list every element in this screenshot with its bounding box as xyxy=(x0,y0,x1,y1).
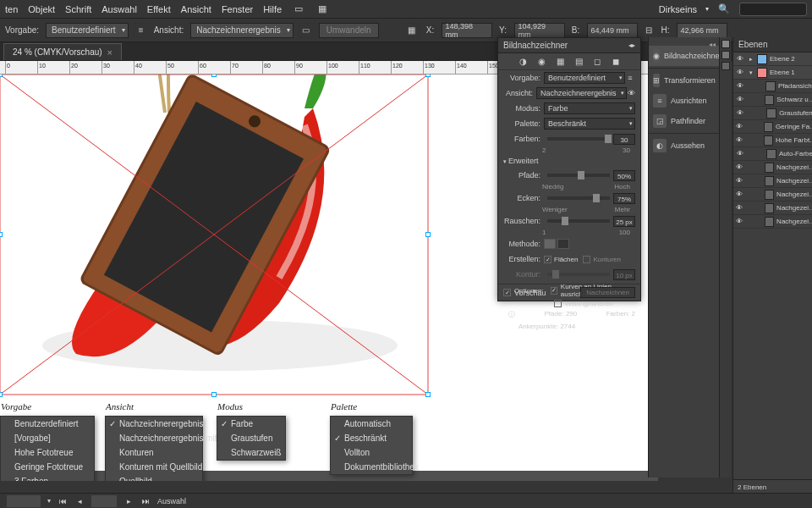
layer-row[interactable]: 👁Schwarz u… xyxy=(733,93,812,107)
last-page-icon[interactable]: ⏭ xyxy=(140,496,151,506)
close-icon[interactable]: × xyxy=(107,47,112,58)
user-label[interactable]: Dirkseins xyxy=(659,4,697,14)
layer-row[interactable]: 👁▾Ebene 1 xyxy=(733,66,812,80)
preset-3c-icon[interactable]: ▤ xyxy=(573,56,584,68)
prev-page-icon[interactable]: ◂ xyxy=(74,496,85,506)
menu-item[interactable]: Quellbild xyxy=(106,474,202,481)
handle-nw[interactable] xyxy=(0,75,3,77)
collapsed-dock[interactable] xyxy=(719,37,731,478)
visibility-icon[interactable]: 👁 xyxy=(735,203,744,213)
ecken-slider[interactable] xyxy=(547,196,610,200)
menu-item[interactable]: Konturen mit Quellbild xyxy=(106,460,202,474)
visibility-icon[interactable]: 👁 xyxy=(735,81,744,91)
layer-row[interactable]: 👁Nachgezei… xyxy=(733,161,812,174)
menu-item[interactable]: Automatisch xyxy=(331,417,412,431)
pfade-value[interactable]: 50% xyxy=(613,170,635,181)
farben-value[interactable]: 30 xyxy=(613,134,635,145)
menu-item[interactable]: Graustufen xyxy=(217,431,285,445)
menu-item[interactable]: Hilfe xyxy=(263,4,282,14)
dock-icon[interactable] xyxy=(721,62,730,70)
app-frame-icon[interactable]: ▭ xyxy=(292,3,305,16)
collapse-dock-icon[interactable]: ◂◂ xyxy=(709,41,716,48)
ansicht-dropdown[interactable]: Nachzeichnerergebnis xyxy=(190,23,294,38)
rauschen-value[interactable]: 25 px xyxy=(613,216,635,227)
rauschen-slider[interactable] xyxy=(547,219,610,223)
vorgabe-menu[interactable]: Vorgabe Benutzerdefiniert[Vorgabe]Hohe F… xyxy=(0,416,95,481)
visibility-icon[interactable]: 👁 xyxy=(735,149,745,159)
visibility-icon[interactable]: 👁 xyxy=(735,217,744,227)
preset-save-icon[interactable]: ≡ xyxy=(625,74,635,82)
document-tab[interactable]: 24 % (CMYK/Vorschau) × xyxy=(3,43,122,60)
menu-item[interactable]: Geringe Fototreue xyxy=(1,460,94,474)
link-wh-icon[interactable]: ⊟ xyxy=(643,25,655,36)
menu-item[interactable]: Hohe Fototreue xyxy=(1,445,94,460)
trace-vorgabe-dropdown[interactable]: Benutzerdefiniert xyxy=(544,72,625,84)
handle-s[interactable] xyxy=(211,392,217,397)
menu-item[interactable]: Vollton xyxy=(331,445,412,460)
w-field[interactable]: 64,449 mm xyxy=(587,23,638,38)
menu-item[interactable]: Schrift xyxy=(65,4,91,14)
handle-w[interactable] xyxy=(0,232,3,237)
handle-sw[interactable] xyxy=(0,392,3,397)
eye-icon[interactable]: 👁 xyxy=(627,89,635,97)
trace-palette-dropdown[interactable]: Beschränkt xyxy=(544,118,635,130)
vorgabe-dropdown[interactable]: Benutzerdefiniert xyxy=(46,23,129,38)
ansicht-menu[interactable]: Ansicht NachzeichnerergebnisNachzeichner… xyxy=(105,416,203,481)
visibility-icon[interactable]: 👁 xyxy=(735,135,744,146)
side-item[interactable]: ≡Ausrichten xyxy=(649,91,719,111)
preset-photo-lo-icon[interactable]: ▦ xyxy=(554,56,566,68)
menu-item[interactable]: Ansicht xyxy=(181,4,211,14)
artboard-nav-field[interactable] xyxy=(91,495,117,507)
visibility-icon[interactable]: 👁 xyxy=(735,163,744,173)
preset-menu-icon[interactable]: ≡ xyxy=(134,23,149,38)
next-page-icon[interactable]: ▸ xyxy=(123,496,134,506)
visibility-icon[interactable]: 👁 xyxy=(735,176,744,186)
palette-menu[interactable]: Palette AutomatischBeschränktVolltonDoku… xyxy=(330,416,413,475)
visibility-icon[interactable]: 👁 xyxy=(735,108,745,119)
handle-e[interactable] xyxy=(425,232,431,237)
side-item[interactable]: ◲Pathfinder xyxy=(649,111,719,131)
visibility-icon[interactable]: 👁 xyxy=(735,122,744,132)
arrange-docs-icon[interactable]: ▦ xyxy=(315,3,329,16)
layer-row[interactable]: 👁Nachgezei… xyxy=(733,215,812,229)
first-page-icon[interactable]: ⏮ xyxy=(58,496,68,506)
preset-auto-icon[interactable]: ◑ xyxy=(517,56,529,68)
dock-icon[interactable] xyxy=(721,40,730,48)
erweitert-toggle[interactable]: Erweitert xyxy=(498,154,640,168)
h-field[interactable]: 42,966 mm xyxy=(677,23,727,38)
ignore-white-checkbox[interactable] xyxy=(554,300,562,307)
layer-row[interactable]: 👁Pfadansicht xyxy=(733,80,812,93)
menu-item[interactable]: [Vorgabe] xyxy=(1,431,94,445)
layer-row[interactable]: 👁Nachgezei… xyxy=(733,188,812,202)
menu-item[interactable]: Schwarzweiß xyxy=(217,445,285,460)
preset-photo-hi-icon[interactable]: ◉ xyxy=(535,56,547,68)
layer-row[interactable]: 👁▸Ebene 2 xyxy=(733,52,812,66)
layer-row[interactable]: 👁Auto-Farbe xyxy=(733,147,812,161)
side-item[interactable]: ◉Bildnachzeichner xyxy=(649,46,719,66)
trace-modus-dropdown[interactable]: Farbe xyxy=(544,102,635,114)
ecken-value[interactable]: 75% xyxy=(613,193,635,204)
preset-bw-icon[interactable]: ◼ xyxy=(610,56,622,68)
handle-n[interactable] xyxy=(211,75,217,77)
handle-se[interactable] xyxy=(425,392,431,397)
methode-toggle[interactable] xyxy=(544,239,569,249)
menu-item[interactable]: ten xyxy=(5,4,18,14)
side-item[interactable]: ◐Aussehen xyxy=(649,135,719,156)
pfade-slider[interactable] xyxy=(547,174,610,177)
modus-menu[interactable]: Modus FarbeGraustufenSchwarzweiß xyxy=(217,416,286,461)
menu-item[interactable]: Nachzeichnerergebnis xyxy=(106,417,202,431)
visibility-icon[interactable]: 👁 xyxy=(735,190,744,200)
trace-ansicht-dropdown[interactable]: Nachzeichnerergebnis xyxy=(536,87,628,99)
menu-item[interactable]: Fenster xyxy=(222,4,253,14)
menu-item[interactable]: Beschränkt xyxy=(331,431,412,445)
disclosure-icon[interactable]: ▾ xyxy=(747,69,755,76)
visibility-icon[interactable]: 👁 xyxy=(735,95,744,105)
layer-row[interactable]: 👁Nachgezei… xyxy=(733,202,812,215)
y-field[interactable]: 104,929 mm xyxy=(514,23,565,38)
visibility-icon[interactable]: 👁 xyxy=(735,54,745,64)
layer-row[interactable]: 👁Geringe Fa… xyxy=(733,120,812,134)
menu-item[interactable]: Farbe xyxy=(217,417,285,431)
visibility-icon[interactable]: 👁 xyxy=(735,68,745,78)
menu-item[interactable]: Nachzeichnerergebnis mit Konturen xyxy=(106,431,202,445)
menu-item[interactable]: Dokumentbibliothek xyxy=(331,460,412,474)
